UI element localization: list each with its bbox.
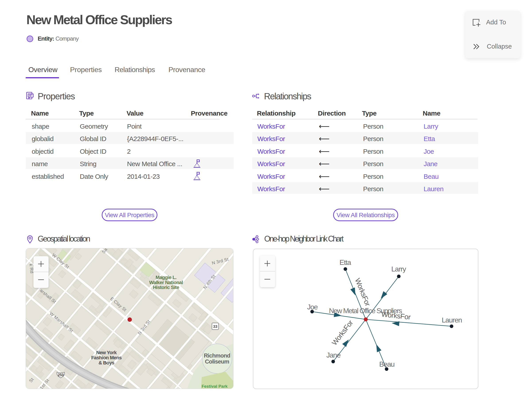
svg-text:Lauren: Lauren: [442, 316, 462, 324]
svg-text:Richmond: Richmond: [204, 352, 230, 359]
svg-text:33: 33: [213, 324, 218, 329]
svg-text:250: 250: [58, 373, 64, 377]
svg-text:Beau: Beau: [379, 360, 395, 368]
svg-text:WorksFor: WorksFor: [381, 310, 411, 321]
svg-text:New York: New York: [96, 350, 117, 355]
svg-text:Coliseum: Coliseum: [205, 358, 229, 365]
svg-text:Festival Park: Festival Park: [201, 384, 228, 389]
svg-text:Joe: Joe: [307, 303, 318, 311]
svg-text:Maggie L.: Maggie L.: [156, 275, 176, 280]
svg-text:& Boys: & Boys: [99, 360, 115, 365]
svg-text:Etta: Etta: [339, 258, 351, 266]
svg-text:Fashion Mens: Fashion Mens: [91, 355, 122, 360]
svg-text:WorksFor: WorksFor: [330, 318, 355, 347]
svg-text:Jane: Jane: [326, 351, 340, 359]
svg-text:Larry: Larry: [391, 265, 406, 273]
svg-text:WorksFor: WorksFor: [353, 277, 372, 307]
svg-text:Historic Site: Historic Site: [153, 284, 179, 290]
